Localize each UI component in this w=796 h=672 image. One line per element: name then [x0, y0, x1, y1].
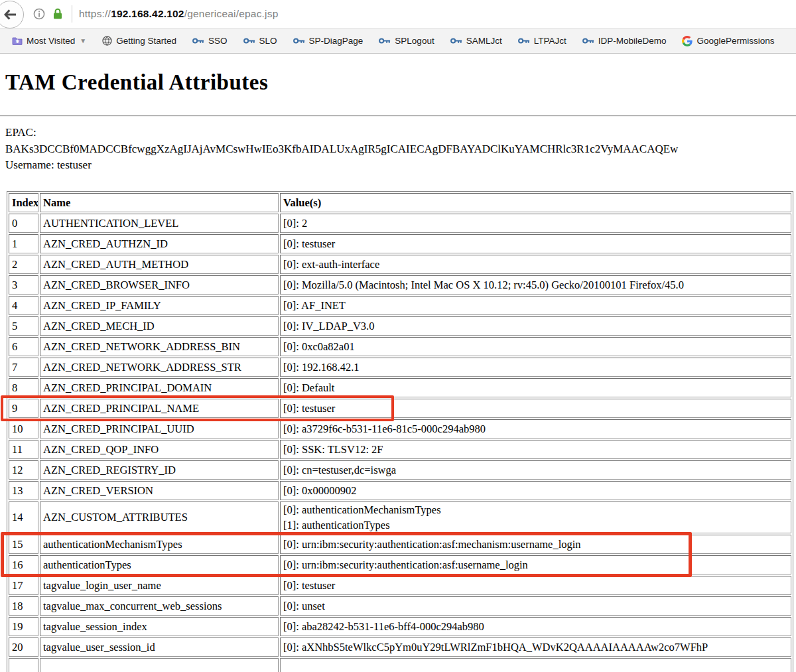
cell-name: AUTHENTICATION_LEVEL — [40, 214, 279, 233]
cell-values: [0]: a3729f6c-b531-11e6-81c5-000c294ab98… — [280, 419, 791, 438]
cell-index: 15 — [9, 535, 38, 554]
table-row: 20tagvalue_user_session_id[0]: aXNhbS5te… — [9, 638, 791, 657]
table-row: 9AZN_CRED_PRINCIPAL_NAME[0]: testuser — [9, 399, 791, 418]
secure-lock-icon[interactable] — [53, 8, 62, 20]
table-row: 8AZN_CRED_PRINCIPAL_DOMAIN[0]: Default — [9, 378, 791, 397]
cell-values: [0]: testuser — [280, 399, 791, 418]
cell-values: [0]: urn:ibm:security:authentication:asf… — [280, 555, 791, 574]
back-arrow-icon — [2, 7, 18, 23]
epac-label: EPAC: — [5, 125, 796, 141]
table-row: 3AZN_CRED_BROWSER_INFO[0]: Mozilla/5.0 (… — [9, 275, 791, 295]
table-row: 14AZN_CUSTOM_ATTRIBUTES[0]: authenticati… — [9, 502, 791, 533]
cell-name: AZN_CRED_PRINCIPAL_DOMAIN — [40, 378, 279, 397]
bookmark-sso[interactable]: SSO — [192, 36, 228, 46]
bookmark-label: Most Visited — [27, 36, 75, 46]
table-row: 5AZN_CRED_MECH_ID[0]: IV_LDAP_V3.0 — [9, 316, 791, 336]
cell-name: tagvalue_user_session_id — [40, 638, 279, 657]
key-icon — [192, 37, 204, 44]
cell-name: AZN_CRED_IP_FAMILY — [40, 296, 279, 315]
table-row: 11AZN_CRED_QOP_INFO[0]: SSK: TLSV12: 2F — [9, 440, 791, 459]
cell-values: [0]: cn=testuser,dc=iswga — [280, 460, 791, 480]
cell-values: [0]: ext-auth-interface — [280, 255, 791, 274]
cell-values: [0]: AF_INET — [280, 296, 791, 315]
cell-values: [0]: aba28242-b531-11e6-bff4-000c294ab98… — [280, 617, 791, 636]
cell-index: 20 — [9, 638, 38, 657]
address-text[interactable]: https://192.168.42.102/genericeai/epac.j… — [79, 8, 279, 20]
page-title: TAM Credential Attributes — [5, 70, 796, 95]
table-row: 12AZN_CRED_REGISTRY_ID[0]: cn=testuser,d… — [9, 460, 791, 480]
bookmark-ltpajct[interactable]: LTPAJct — [518, 36, 566, 46]
table-row: 7AZN_CRED_NETWORK_ADDRESS_STR[0]: 192.16… — [9, 358, 791, 377]
cell-name: AZN_CRED_AUTH_METHOD — [40, 255, 279, 274]
table-row: 6AZN_CRED_NETWORK_ADDRESS_BIN[0]: 0xc0a8… — [9, 337, 791, 356]
url-domain: 192.168.42.102 — [111, 8, 184, 19]
cell-values: [0]: IV_LDAP_V3.0 — [280, 316, 791, 336]
bookmark-getting-started[interactable]: Getting Started — [102, 36, 176, 46]
page-info-icon[interactable] — [33, 8, 45, 20]
table-row: 19tagvalue_session_index[0]: aba28242-b5… — [9, 617, 791, 636]
bookmark-idp-mobiledemo[interactable]: IDP-MobileDemo — [582, 36, 667, 46]
chevron-down-icon: ▼ — [80, 37, 86, 44]
column-header-name: Name — [40, 193, 279, 212]
cell-name: AZN_CRED_QOP_INFO — [40, 440, 279, 459]
bookmark-googlepermissions[interactable]: GooglePermissions — [682, 36, 774, 46]
attributes-table: Index Name Value(s) 0AUTHENTICATION_LEVE… — [7, 191, 793, 672]
bookmark-sp-diagpage[interactable]: SP-DiagPage — [293, 36, 364, 46]
table-row: 2AZN_CRED_AUTH_METHOD[0]: ext-auth-inter… — [9, 255, 791, 274]
cell-index: 13 — [9, 481, 38, 500]
cell-name: tagvalue_login_user_name — [40, 576, 279, 595]
page-content: TAM Credential Attributes EPAC: BAKs3DCC… — [0, 70, 796, 672]
cell-index: 10 — [9, 419, 38, 438]
url-scheme: https:// — [79, 8, 111, 19]
table-row: 15authenticationMechanismTypes[0]: urn:i… — [9, 535, 791, 554]
epac-block: EPAC: BAKs3DCCBf0MADCCBfcwggXzAgIJAjAvMC… — [5, 125, 796, 174]
back-button[interactable] — [0, 1, 24, 29]
table-row: 17tagvalue_login_user_name[0]: testuser — [9, 576, 791, 595]
table-row: 0AUTHENTICATION_LEVEL[0]: 2 — [9, 214, 791, 233]
cell-values: [0]: testuser — [280, 576, 791, 595]
cell-name: tagvalue_max_concurrent_web_sessions — [40, 596, 279, 616]
bookmark-samljct[interactable]: SAMLJct — [450, 36, 502, 46]
cell-index: 11 — [9, 440, 38, 459]
cell-index: 18 — [9, 596, 38, 616]
bookmark-most-visited[interactable]: ✱Most Visited▼ — [12, 36, 86, 46]
url-bar[interactable]: https://192.168.42.102/genericeai/epac.j… — [0, 0, 796, 29]
cell-index: 14 — [9, 502, 38, 533]
bookmark-slo[interactable]: SLO — [243, 36, 277, 46]
key-icon — [582, 37, 594, 44]
cell-index: 6 — [9, 337, 38, 356]
google-icon — [682, 36, 693, 46]
cell-index: 2 — [9, 255, 38, 274]
cell-values: [0]: 0x00000902 — [280, 481, 791, 500]
cell-index: 16 — [9, 555, 38, 574]
cell-index: 17 — [9, 576, 38, 595]
cell-name: AZN_CRED_MECH_ID — [40, 316, 279, 336]
cell-index: 8 — [9, 378, 38, 397]
username-line: Username: testuser — [5, 157, 796, 174]
cell-name: AZN_CRED_PRINCIPAL_UUID — [40, 419, 279, 438]
table-row: 1AZN_CRED_AUTHZN_ID[0]: testuser — [9, 234, 791, 253]
svg-text:✱: ✱ — [15, 38, 19, 44]
cell-name: authenticationTypes — [40, 555, 279, 574]
table-row: 16authenticationTypes[0]: urn:ibm:securi… — [9, 555, 791, 574]
cell-values: [0]: authenticationMechanismTypes [1]: a… — [280, 502, 791, 533]
cell-values: [0]: aXNhbS5teWlkcC5pYm0uY29tLWRlZmF1bHQ… — [280, 638, 791, 657]
table-row: 13AZN_CRED_VERSION[0]: 0x00000902 — [9, 481, 791, 500]
bookmark-label: SPLogout — [395, 36, 434, 46]
cell-values: [0]: Mozilla/5.0 (Macintosh; Intel Mac O… — [280, 275, 791, 295]
cell-name: AZN_CRED_NETWORK_ADDRESS_STR — [40, 358, 279, 377]
bookmark-splogout[interactable]: SPLogout — [379, 36, 434, 46]
cell-name: AZN_CRED_REGISTRY_ID — [40, 460, 279, 480]
key-icon — [450, 37, 462, 44]
bookmark-label: LTPAJct — [534, 36, 566, 46]
cell-name: AZN_CRED_VERSION — [40, 481, 279, 500]
cell-index: 3 — [9, 275, 38, 295]
key-icon — [293, 37, 305, 44]
table-row-partial — [9, 658, 791, 672]
bookmark-label: SLO — [259, 36, 277, 46]
cell-index: 5 — [9, 316, 38, 336]
cell-values: [0]: 2 — [280, 214, 791, 233]
cell-index: 0 — [9, 214, 38, 233]
cell-index: 4 — [9, 296, 38, 315]
bookmark-label: Getting Started — [116, 36, 176, 46]
